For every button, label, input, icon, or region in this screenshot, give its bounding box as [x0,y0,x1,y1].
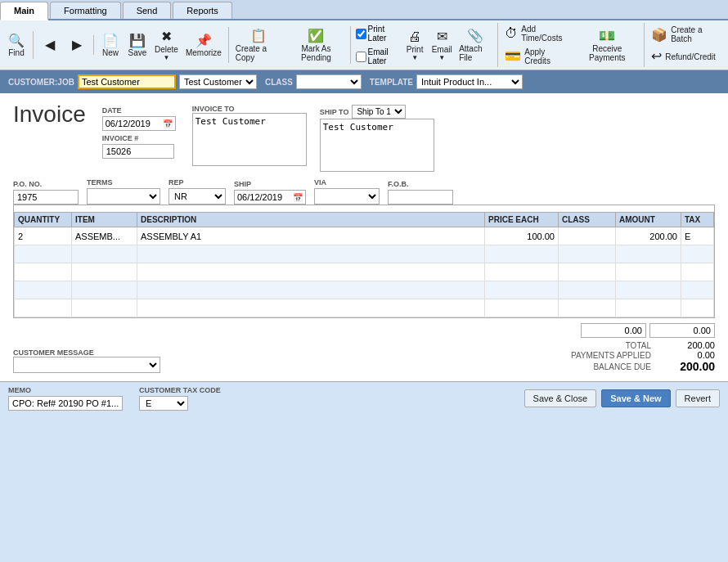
ship-calendar-icon[interactable]: 📅 [290,191,305,204]
terms-select[interactable] [87,188,160,205]
cell-amount-2[interactable] [616,245,681,263]
cell-description-3[interactable] [137,263,485,281]
cell-class-3[interactable] [559,263,616,281]
totals-customer-row: CUSTOMER MESSAGE TOTAL 200.00 PAYMENTS A… [13,323,715,373]
cell-quantity-3[interactable] [15,263,72,281]
find-icon: 🔍 [8,33,25,48]
cell-item-5[interactable] [72,299,137,317]
cell-price[interactable]: 100.00 [485,227,559,245]
cell-price-2[interactable] [485,245,559,263]
fob-label: F.O.B. [388,180,453,188]
cell-amount-4[interactable] [616,281,681,299]
subtotal-input-2[interactable] [649,323,715,338]
po-no-label: P.O. NO. [13,180,79,188]
cell-quantity-4[interactable] [15,281,72,299]
cell-class-4[interactable] [559,281,616,299]
tab-reports[interactable]: Reports [173,2,232,19]
cell-quantity-5[interactable] [15,299,72,317]
class-select[interactable] [296,74,362,89]
ship-to-textarea[interactable]: Test Customer [320,119,434,172]
cell-item-2[interactable] [72,245,137,263]
ship-to-box: SHIP TO Ship To 1 Test Customer [320,105,434,172]
save-new-button[interactable]: Save & New [601,389,670,407]
cell-tax-4[interactable] [681,281,714,299]
cell-description-5[interactable] [137,299,485,317]
cell-description-2[interactable] [137,245,485,263]
tax-code-select[interactable]: E [139,396,188,411]
customer-bar: CUSTOMER:JOB Test Customer CLASS TEMPLAT… [0,70,728,93]
action-buttons: Save & Close Save & New Revert [524,389,720,407]
customer-job-select[interactable]: Test Customer [179,74,257,89]
print-later-check[interactable] [356,29,366,39]
save-close-button[interactable]: Save & Close [524,389,597,407]
create-copy-button[interactable]: 📋 Create a Copy [232,26,285,63]
cell-class-5[interactable] [559,299,616,317]
cell-tax[interactable]: E [681,227,714,245]
email-button[interactable]: ✉ Email ▼ [429,27,455,62]
cell-description[interactable]: ASSEMBLY A1 [137,227,485,245]
invoice-title: Invoice [13,101,86,128]
template-select[interactable]: Intuit Product In... [416,74,523,89]
receive-payments-button[interactable]: 💵 Receive Payments [573,26,640,63]
ship-date-wrapper: 📅 [234,190,306,205]
cell-amount-3[interactable] [616,263,681,281]
refund-credit-button[interactable]: ↩ Refund/Credit [648,47,720,65]
attach-file-button[interactable]: 📎 Attach File [456,26,494,63]
new-button[interactable]: 📄 New [97,31,124,59]
tab-main[interactable]: Main [0,2,48,20]
mark-as-pending-button[interactable]: ✅ Mark As Pending [285,26,346,63]
ship-date-input[interactable] [235,191,290,204]
main-content: Invoice DATE 📅 INVOICE # INVOICE TO Test… [0,93,728,381]
prev-icon: ◀ [45,37,55,52]
cell-quantity-2[interactable] [15,245,72,263]
cell-tax-2[interactable] [681,245,714,263]
create-batch-button[interactable]: 📦 Create a Batch [648,24,720,45]
cell-class[interactable] [559,227,616,245]
date-input[interactable] [103,117,160,130]
customer-job-input[interactable] [78,74,176,89]
rep-select[interactable]: NR [169,188,226,205]
customer-message-select[interactable] [13,357,160,373]
fob-input[interactable] [388,190,453,205]
cell-amount-5[interactable] [616,299,681,317]
add-time-costs-button[interactable]: ⏱ Add Time/Costs [501,23,573,44]
subtotal-input-1[interactable] [581,323,646,338]
payments-applied-value: 0.00 [658,350,715,360]
memorize-button[interactable]: 📌 Memorize [182,31,225,59]
cell-class-2[interactable] [559,245,616,263]
prev-button[interactable]: ◀ [37,35,63,54]
email-later-check[interactable] [356,52,366,62]
revert-button[interactable]: Revert [676,389,720,407]
cell-price-5[interactable] [485,299,559,317]
po-no-input[interactable] [13,190,79,205]
invoice-num-input[interactable] [102,144,174,159]
cell-item-4[interactable] [72,281,137,299]
next-button[interactable]: ▶ [64,35,90,54]
email-later-checkbox[interactable]: Email Later [354,46,402,67]
save-button[interactable]: 💾 Save [124,31,151,59]
col-item: ITEM [72,213,137,227]
tab-formatting[interactable]: Formatting [50,2,121,19]
find-button[interactable]: 🔍 Find [3,31,29,59]
ship-to-select[interactable]: Ship To 1 [352,105,406,119]
cell-price-4[interactable] [485,281,559,299]
tab-send[interactable]: Send [123,2,172,19]
date-calendar-icon[interactable]: 📅 [160,118,175,130]
cell-tax-5[interactable] [681,299,714,317]
memo-input[interactable] [8,396,123,411]
cell-amount[interactable]: 200.00 [616,227,681,245]
via-select[interactable] [314,188,380,205]
cell-description-4[interactable] [137,281,485,299]
invoice-to-textarea[interactable]: Test Customer [192,113,307,166]
cell-quantity[interactable]: 2 [15,227,72,245]
cell-tax-3[interactable] [681,263,714,281]
apply-credits-button[interactable]: 💳 Apply Credits [501,46,573,67]
cell-item[interactable]: ASSEMB... [72,227,137,245]
delete-button[interactable]: ✖ Delete ▼ [151,27,182,62]
print-later-checkbox[interactable]: Print Later [354,23,402,44]
ship-label: SHIP [234,180,306,188]
date-input-wrapper: 📅 [102,116,176,131]
print-button[interactable]: 🖨 Print ▼ [402,27,428,62]
cell-item-3[interactable] [72,263,137,281]
cell-price-3[interactable] [485,263,559,281]
